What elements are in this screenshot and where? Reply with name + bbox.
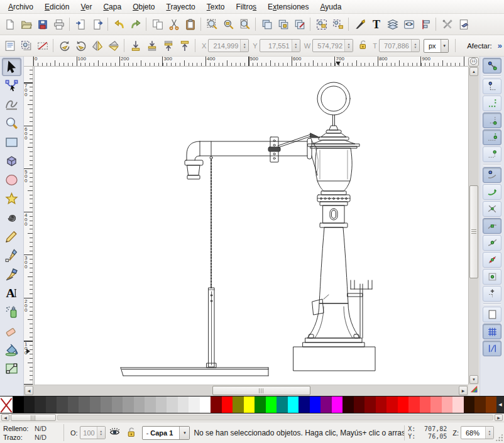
color-swatch[interactable]	[178, 397, 189, 413]
menu-item[interactable]: Edición	[39, 1, 75, 13]
export-button[interactable]	[89, 16, 105, 32]
separator[interactable]	[106, 16, 111, 32]
snap-page-border-button[interactable]	[483, 307, 501, 322]
color-swatch[interactable]	[46, 397, 57, 413]
paint-bucket-tool[interactable]	[2, 341, 21, 359]
color-swatch[interactable]	[35, 397, 46, 413]
vertical-ruler[interactable]: 700600500400300200100	[24, 67, 33, 385]
color-swatch[interactable]	[266, 397, 277, 413]
color-swatch[interactable]	[310, 397, 321, 413]
color-swatch[interactable]	[354, 397, 365, 413]
lower-button[interactable]	[144, 38, 160, 53]
menu-item[interactable]: Ayuda	[315, 1, 348, 13]
color-swatch[interactable]	[167, 397, 178, 413]
opacity-input[interactable]: 100▲▼	[80, 426, 106, 439]
star-tool[interactable]	[2, 190, 21, 208]
separator[interactable]	[199, 16, 204, 32]
color-swatch[interactable]	[474, 397, 486, 413]
menu-item[interactable]: Texto	[201, 1, 231, 13]
snap-paths-button[interactable]	[483, 184, 501, 200]
spray-tool[interactable]	[2, 303, 21, 321]
eraser-tool[interactable]	[2, 322, 21, 340]
x-input[interactable]: 214,999▲▼	[208, 39, 249, 52]
color-swatch[interactable]	[134, 397, 145, 413]
color-swatch[interactable]	[189, 397, 200, 413]
fill-stroke-dialog-button[interactable]	[352, 16, 368, 32]
color-swatch[interactable]	[200, 397, 211, 413]
color-swatch[interactable]	[0, 397, 13, 413]
node-tool[interactable]	[2, 77, 21, 95]
zoom-page-button[interactable]	[237, 16, 253, 32]
scroll-right-icon[interactable]: ▶	[459, 386, 468, 395]
zoom-tool[interactable]	[2, 114, 21, 133]
width-input[interactable]: 574,792▲▼	[312, 39, 353, 52]
color-swatch[interactable]	[452, 397, 464, 413]
scroll-up-icon[interactable]: ▲	[469, 67, 478, 76]
canvas[interactable]	[33, 67, 468, 385]
tweak-tool[interactable]	[2, 96, 21, 114]
menu-item[interactable]: Trayecto	[161, 1, 201, 13]
layer-lock-button[interactable]	[124, 426, 138, 440]
separator[interactable]	[308, 16, 313, 32]
document-properties-button[interactable]	[456, 16, 471, 32]
xml-editor-button[interactable]: <>	[401, 16, 417, 32]
snap-object-centers-button[interactable]	[483, 269, 501, 285]
snap-bbox-centers-button[interactable]	[483, 146, 501, 162]
text-tool[interactable]: A	[2, 284, 21, 302]
separator[interactable]	[122, 38, 127, 53]
color-swatch[interactable]	[430, 397, 442, 413]
separator[interactable]	[434, 16, 439, 32]
color-swatch[interactable]	[486, 397, 497, 413]
cut-button[interactable]	[166, 16, 182, 32]
undo-button[interactable]	[111, 16, 127, 32]
color-management-button[interactable]	[468, 385, 479, 396]
zoom-drawing-button[interactable]	[221, 16, 236, 32]
snap-enable-button[interactable]	[483, 58, 501, 74]
select-all-layers-button[interactable]	[18, 38, 34, 53]
horizontal-scroll-thumb[interactable]	[212, 386, 310, 395]
select-all-button[interactable]	[2, 38, 18, 53]
raise-button[interactable]	[160, 38, 176, 53]
deselect-button[interactable]	[35, 38, 50, 53]
color-swatch[interactable]	[57, 397, 68, 413]
duplicate-button[interactable]	[259, 16, 275, 32]
flip-horizontal-button[interactable]	[89, 38, 105, 53]
pen-tool[interactable]	[2, 246, 21, 265]
window-resize-grip[interactable]	[495, 434, 503, 441]
selector-tool[interactable]	[2, 58, 21, 76]
toolbar-overflow-chevron[interactable]: »	[498, 41, 502, 50]
color-swatch[interactable]	[288, 397, 299, 413]
create-clone-button[interactable]	[275, 16, 291, 32]
text-dialog-button[interactable]: T	[368, 16, 384, 32]
color-swatch[interactable]	[13, 397, 24, 413]
calligraphy-tool[interactable]	[2, 265, 21, 283]
menu-item[interactable]: Filtros	[230, 1, 262, 13]
raise-to-top-button[interactable]	[177, 38, 192, 53]
separator[interactable]	[67, 16, 72, 32]
horizontal-ruler[interactable]: 0100200300400500600700800900	[33, 57, 468, 67]
horizontal-scrollbar[interactable]: ◀ ▶	[24, 385, 468, 396]
palette-scroll-thumb[interactable]	[11, 414, 56, 421]
color-swatch[interactable]	[123, 397, 134, 413]
copy-button[interactable]	[150, 16, 165, 32]
y-input[interactable]: 17,551▲▼	[260, 39, 300, 52]
color-swatch[interactable]	[233, 397, 244, 413]
snap-nodes-button[interactable]	[483, 167, 501, 183]
redo-button[interactable]	[128, 16, 143, 32]
menu-item[interactable]: Objeto	[127, 1, 160, 13]
color-swatch[interactable]	[244, 397, 255, 413]
color-swatch[interactable]	[386, 397, 398, 413]
menu-item[interactable]: Archivo	[3, 1, 39, 13]
color-swatch[interactable]	[420, 397, 431, 413]
rotate-cw-button[interactable]	[73, 38, 89, 53]
separator[interactable]	[346, 16, 351, 32]
vertical-scroll-thumb[interactable]	[469, 185, 478, 278]
flip-vertical-button[interactable]	[106, 38, 121, 53]
snap-guides-button[interactable]	[483, 341, 501, 356]
color-swatch[interactable]	[112, 397, 123, 413]
rotate-ccw-button[interactable]	[57, 38, 72, 53]
unit-select[interactable]: px▼	[424, 39, 449, 53]
snap-bbox-edge-midpoints-button[interactable]	[483, 129, 501, 145]
menu-item[interactable]: Extensiones	[262, 1, 314, 13]
box3d-tool[interactable]	[2, 152, 21, 170]
